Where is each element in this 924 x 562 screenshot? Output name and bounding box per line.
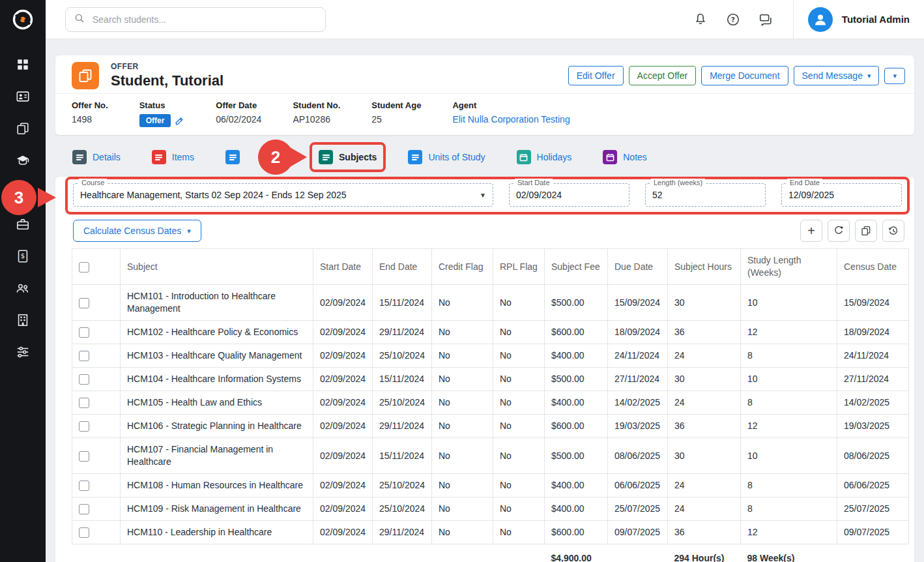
copy-button[interactable]	[855, 220, 877, 242]
help-icon[interactable]: ?	[725, 12, 741, 27]
groups-icon[interactable]	[16, 281, 30, 295]
field-value: 1498	[72, 114, 108, 125]
contacts-icon[interactable]	[16, 89, 30, 104]
add-button[interactable]: +	[800, 220, 822, 242]
chevron-down-icon: ▾	[893, 72, 897, 80]
chevron-down-icon: ▾	[187, 228, 191, 235]
tab-subjects[interactable]: Subjects	[310, 142, 386, 172]
notifications-bell-icon[interactable]	[693, 12, 708, 27]
edit-offer-button[interactable]: Edit Offer	[568, 66, 624, 85]
offer-titles: OFFER Student, Tutorial	[111, 62, 224, 89]
row-checkbox[interactable]	[79, 504, 89, 514]
dashboard-icon[interactable]	[16, 57, 30, 72]
chat-icon[interactable]	[758, 12, 773, 27]
table-row: HCM105 - Health Law and Ethics02/09/2024…	[72, 391, 909, 415]
more-actions-button[interactable]: ▾	[884, 68, 905, 84]
cell: 36	[668, 321, 741, 344]
offer-field-agent: AgentElit Nulla Corporation Testing	[452, 100, 570, 127]
tab-label: Holidays	[537, 152, 572, 162]
row-checkbox[interactable]	[79, 351, 89, 361]
end-date-field[interactable]: End Date 12/09/2025	[781, 183, 902, 207]
app-logo[interactable]	[10, 7, 36, 33]
history-button[interactable]	[882, 220, 904, 242]
cell: 18/09/2024	[608, 321, 668, 344]
cell: 10	[741, 285, 837, 321]
cell: 02/09/2024	[313, 438, 373, 474]
cell: 02/09/2024	[313, 521, 373, 544]
subject-cell: HCM101 - Introduction to Healthcare Mana…	[121, 285, 313, 321]
annotation-step-2-circle: 2	[258, 140, 293, 175]
offers-icon[interactable]	[16, 121, 30, 136]
subject-cell: HCM108 - Human Resources in Healthcare	[121, 474, 313, 497]
search-icon	[74, 12, 85, 26]
tab-items[interactable]: Items	[143, 142, 203, 172]
row-checkbox[interactable]	[79, 298, 89, 308]
cell: 02/09/2024	[313, 321, 373, 344]
row-checkbox[interactable]	[79, 398, 89, 408]
cell: 19/03/2025	[608, 415, 668, 438]
cell: 06/06/2025	[837, 474, 909, 497]
agent-link[interactable]: Elit Nulla Corporation Testing	[452, 114, 570, 125]
cell: 14/02/2025	[837, 391, 909, 415]
subject-cell: HCM103 - Healthcare Quality Management	[121, 344, 313, 368]
cell: 25/10/2024	[373, 344, 432, 368]
cell: 10	[741, 368, 837, 391]
search-input[interactable]	[91, 14, 317, 25]
offer-card: OFFER Student, Tutorial Edit Offer Accep…	[55, 55, 914, 135]
length-weeks-field[interactable]: Length (weeks) 52	[645, 183, 766, 207]
edit-status-icon[interactable]	[175, 116, 184, 126]
cell: 29/11/2024	[373, 321, 432, 344]
cell: $400.00	[545, 474, 608, 497]
table-row: HCM102 - Healthcare Policy & Economics02…	[72, 321, 909, 344]
avatar[interactable]	[808, 7, 833, 32]
calculate-census-dates-button[interactable]: Calculate Census Dates ▾	[73, 220, 201, 242]
row-checkbox[interactable]	[79, 527, 89, 538]
cell: 25/10/2024	[373, 497, 432, 521]
row-checkbox[interactable]	[79, 327, 89, 338]
field-value: AP10286	[293, 114, 340, 125]
cell: No	[493, 497, 545, 521]
topbar-right: ? Tutorial Admin	[693, 0, 924, 39]
tab-units-of-study[interactable]: Units of Study	[399, 142, 494, 172]
cell: 27/11/2024	[837, 368, 909, 391]
start-date-field[interactable]: Start Date 02/09/2024	[509, 183, 629, 207]
settings-icon[interactable]	[16, 345, 30, 359]
invoices-icon[interactable]: $	[16, 249, 30, 263]
cell: No	[432, 285, 493, 321]
merge-document-button[interactable]: Merge Document	[701, 66, 788, 85]
search-box[interactable]	[65, 7, 326, 32]
subject-cell: HCM106 - Strategic Planning in Healthcar…	[121, 415, 313, 438]
row-checkbox[interactable]	[79, 451, 89, 462]
cell: $600.00	[545, 521, 608, 544]
organisation-icon[interactable]	[16, 313, 30, 327]
table-row: HCM101 - Introduction to Healthcare Mana…	[72, 285, 909, 321]
cell: 25/07/2025	[837, 497, 909, 521]
subjects-table: SubjectStart DateEnd DateCredit FlagRPL …	[72, 248, 909, 562]
accept-offer-button[interactable]: Accept Offer	[629, 66, 697, 85]
notes-icon	[603, 150, 617, 164]
column-header: Subject	[121, 249, 313, 285]
row-checkbox[interactable]	[79, 374, 89, 385]
table-row: HCM103 - Healthcare Quality Management02…	[72, 344, 909, 368]
tab-holidays[interactable]: Holidays	[508, 142, 581, 172]
send-message-button[interactable]: Send Message▾	[794, 66, 880, 85]
cell: 09/07/2025	[608, 521, 668, 544]
cell: No	[493, 415, 545, 438]
cell: No	[493, 368, 545, 391]
courses-icon[interactable]	[16, 153, 30, 168]
tab-obscured[interactable]	[216, 142, 249, 172]
services-icon[interactable]	[16, 217, 30, 231]
annotation-step-2: 2	[258, 140, 307, 175]
user-section[interactable]: Tutorial Admin	[793, 0, 924, 39]
select-all-checkbox[interactable]	[79, 262, 89, 273]
row-checkbox[interactable]	[79, 481, 89, 491]
tab-details[interactable]: Details	[63, 142, 130, 172]
cell: 15/11/2024	[373, 285, 432, 321]
cell: 15/11/2024	[373, 368, 432, 391]
refresh-button[interactable]	[828, 220, 850, 242]
cell: 25/07/2025	[608, 497, 668, 521]
row-checkbox[interactable]	[79, 421, 89, 432]
offer-field-offer-date: Offer Date06/02/2024	[216, 100, 261, 127]
course-select[interactable]: Course Healthcare Management, Starts 02 …	[73, 183, 493, 207]
tab-notes[interactable]: Notes	[594, 142, 656, 172]
